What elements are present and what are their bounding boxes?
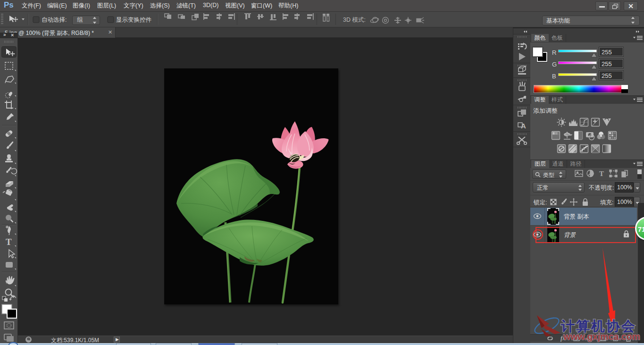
svg-text:A: A bbox=[521, 122, 526, 130]
svg-text:T: T bbox=[599, 170, 604, 177]
svg-text:自动选择:: 自动选择: bbox=[42, 17, 67, 23]
svg-text:T: T bbox=[6, 237, 12, 247]
svg-text:显示变换控件: 显示变换控件 bbox=[116, 17, 152, 23]
svg-text:www.gxjmca.com: www.gxjmca.com bbox=[563, 331, 640, 342]
svg-text:基本功能: 基本功能 bbox=[546, 17, 570, 24]
svg-text:3D 模式:: 3D 模式: bbox=[343, 17, 366, 23]
svg-text:组: 组 bbox=[77, 17, 83, 23]
svg-text:71: 71 bbox=[638, 226, 644, 233]
